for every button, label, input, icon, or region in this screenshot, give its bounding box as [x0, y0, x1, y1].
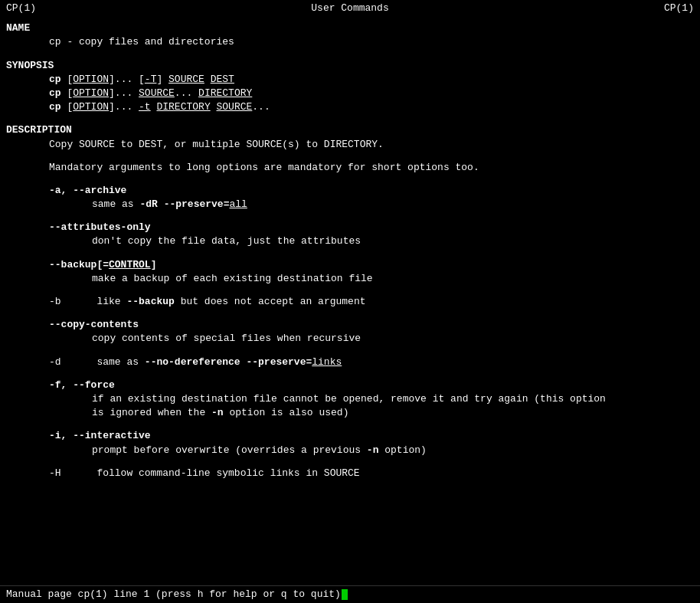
option-i-desc: prompt before overwrite (overrides a pre…: [6, 444, 694, 457]
option-d: -d same as --no-dereference --preserve=l…: [6, 356, 694, 369]
header-right: CP(1): [664, 2, 694, 15]
status-bar: Manual page cp(1) line 1 (press h for he…: [0, 585, 700, 603]
header-center: User Commands: [311, 2, 388, 15]
option-H: -H follow command-line symbolic links in…: [6, 467, 694, 480]
synopsis-line-3: cp [OPTION]... -t DIRECTORY SOURCE...: [6, 100, 694, 114]
option-f: -f, --force: [6, 379, 694, 392]
name-section: NAME cp - copy files and directories: [6, 21, 694, 49]
synopsis-section: SYNOPSIS cp [OPTION]... [-T] SOURCE DEST…: [6, 59, 694, 115]
option-f-desc: if an existing destination file cannot b…: [6, 392, 694, 406]
cursor: [342, 589, 348, 600]
option-attributes-only-desc: don't copy the file data, just the attri…: [6, 234, 694, 248]
description-label: DESCRIPTION: [6, 123, 694, 137]
option-a-desc: same as -dR --preserve=all: [6, 198, 694, 211]
description-text: Copy SOURCE to DEST, or multiple SOURCE(…: [6, 138, 694, 152]
mandatory-text: Mandatory arguments to long options are …: [6, 161, 694, 175]
option-a: -a, --archive: [6, 184, 694, 198]
option-copy-contents-desc: copy contents of special files when recu…: [6, 332, 694, 346]
header-line: CP(1) User Commands CP(1): [6, 2, 694, 15]
synopsis-line-2: cp [OPTION]... SOURCE... DIRECTORY: [6, 87, 694, 100]
option-copy-contents: --copy-contents: [6, 318, 694, 332]
option-attributes-only: --attributes-only: [6, 221, 694, 234]
synopsis-line-1: cp [OPTION]... [-T] SOURCE DEST: [6, 73, 694, 87]
option-b: -b like --backup but does not accept an …: [6, 295, 694, 309]
option-backup: --backup[=CONTROL]: [6, 258, 694, 272]
manual-page: CP(1) User Commands CP(1) NAME cp - copy…: [0, 0, 700, 499]
status-text: Manual page cp(1) line 1 (press h for he…: [6, 588, 341, 601]
option-f-desc-2: is ignored when the -n option is also us…: [6, 406, 694, 420]
header-left: CP(1): [6, 2, 36, 15]
synopsis-label: SYNOPSIS: [6, 59, 694, 73]
description-section: DESCRIPTION Copy SOURCE to DEST, or mult…: [6, 123, 694, 480]
option-backup-desc: make a backup of each existing destinati…: [6, 272, 694, 286]
option-i: -i, --interactive: [6, 429, 694, 443]
name-description: cp - copy files and directories: [6, 35, 694, 49]
name-label: NAME: [6, 21, 694, 35]
